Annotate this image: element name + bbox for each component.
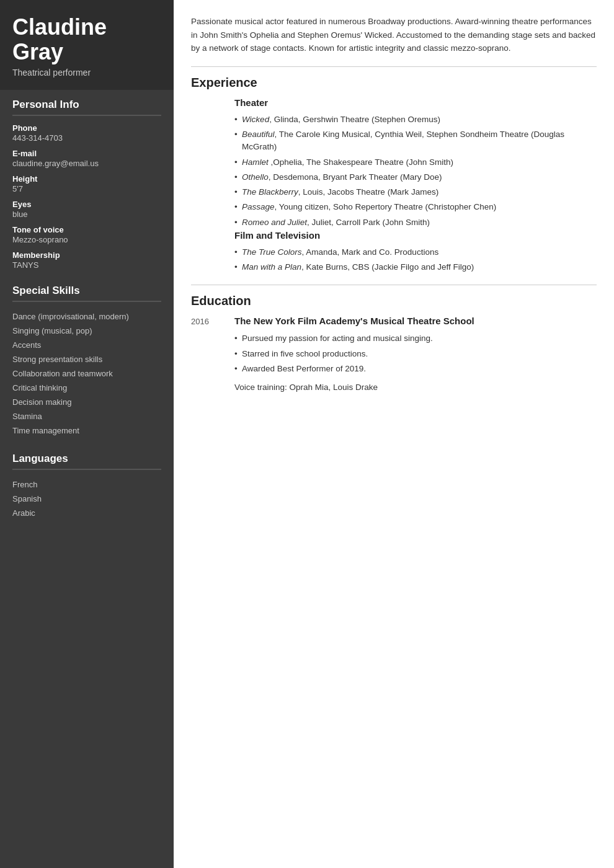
theater-item: Wicked, Glinda, Gershwin Theatre (Stephe…	[234, 112, 597, 127]
email-label: E-mail	[12, 149, 161, 158]
experience-section-title: Experience	[191, 76, 597, 90]
languages-title: Languages	[12, 453, 161, 470]
language-item: Spanish	[12, 492, 161, 506]
phone-label: Phone	[12, 123, 161, 133]
film-tv-item: Man with a Plan, Kate Burns, CBS (Jackie…	[234, 260, 597, 275]
sidebar: Claudine Gray Theatrical performer Perso…	[0, 0, 174, 868]
theater-subtitle: Theater	[234, 97, 597, 108]
membership-label: Membership	[12, 250, 161, 260]
theater-item: Beautiful, The Carole King Musical, Cynt…	[234, 127, 597, 155]
skill-item: Time management	[12, 423, 161, 438]
tone-value: Mezzo-soprano	[12, 235, 161, 244]
film-tv-subtitle: Film and Television	[234, 230, 597, 241]
theater-list: Wicked, Glinda, Gershwin Theatre (Stephe…	[234, 112, 597, 230]
film-tv-item: The True Colors, Amanda, Mark and Co. Pr…	[234, 245, 597, 260]
eyes-label: Eyes	[12, 200, 161, 209]
theater-year	[191, 97, 234, 275]
skill-item: Accents	[12, 338, 161, 352]
language-item: French	[12, 477, 161, 492]
skill-item: Stamina	[12, 409, 161, 423]
theater-item: Romeo and Juliet, Juliet, Carroll Park (…	[234, 215, 597, 230]
candidate-name: Claudine Gray	[12, 15, 161, 64]
education-note: Voice training: Oprah Mia, Louis Drake	[234, 383, 597, 392]
theater-item: Othello, Desdemona, Bryant Park Theater …	[234, 170, 597, 185]
education-item: Awarded Best Performer of 2019.	[234, 361, 597, 376]
theater-item: Passage, Young citizen, Soho Repertory T…	[234, 200, 597, 215]
profile-header: Claudine Gray Theatrical performer	[0, 0, 174, 90]
education-year: 2016	[191, 316, 234, 392]
school-name: The New York Film Academy's Musical Thea…	[234, 316, 597, 326]
theater-block: Theater Wicked, Glinda, Gershwin Theatre…	[191, 97, 597, 275]
special-skills-section: Special Skills Dance (improvisational, m…	[0, 276, 174, 444]
height-label: Height	[12, 174, 161, 184]
languages-section: Languages French Spanish Arabic	[0, 444, 174, 526]
theater-content: Theater Wicked, Glinda, Gershwin Theatre…	[234, 97, 597, 275]
skill-item: Decision making	[12, 395, 161, 409]
phone-value: 443-314-4703	[12, 133, 161, 143]
personal-info-section: Personal Info Phone 443-314-4703 E-mail …	[0, 90, 174, 276]
film-tv-list: The True Colors, Amanda, Mark and Co. Pr…	[234, 245, 597, 275]
summary-text: Passionate musical actor featured in num…	[191, 15, 597, 55]
theater-item: Hamlet ,Ophelia, The Shakespeare Theatre…	[234, 155, 597, 170]
theater-item: The Blackberry, Louis, Jacobs Theatre (M…	[234, 185, 597, 200]
main-content: Passionate musical actor featured in num…	[174, 0, 614, 868]
experience-divider	[191, 66, 597, 67]
skill-item: Dance (improvisational, modern)	[12, 309, 161, 324]
special-skills-title: Special Skills	[12, 285, 161, 302]
email-value: claudine.gray@email.us	[12, 159, 161, 168]
personal-info-title: Personal Info	[12, 99, 161, 116]
education-content: The New York Film Academy's Musical Thea…	[234, 316, 597, 392]
education-item: Pursued my passion for acting and musica…	[234, 331, 597, 346]
education-item: Starred in five school productions.	[234, 347, 597, 361]
skill-item: Collaboration and teamwork	[12, 366, 161, 381]
membership-value: TANYS	[12, 260, 161, 270]
height-value: 5'7	[12, 184, 161, 193]
skill-item: Strong presentation skills	[12, 352, 161, 366]
education-divider	[191, 285, 597, 285]
education-section-title: Education	[191, 294, 597, 308]
education-list: Pursued my passion for acting and musica…	[234, 331, 597, 376]
tone-label: Tone of voice	[12, 225, 161, 234]
skill-item: Singing (musical, pop)	[12, 324, 161, 338]
education-block: 2016 The New York Film Academy's Musical…	[191, 316, 597, 392]
candidate-title: Theatrical performer	[12, 68, 161, 78]
skill-item: Critical thinking	[12, 381, 161, 395]
language-item: Arabic	[12, 506, 161, 520]
eyes-value: blue	[12, 210, 161, 219]
